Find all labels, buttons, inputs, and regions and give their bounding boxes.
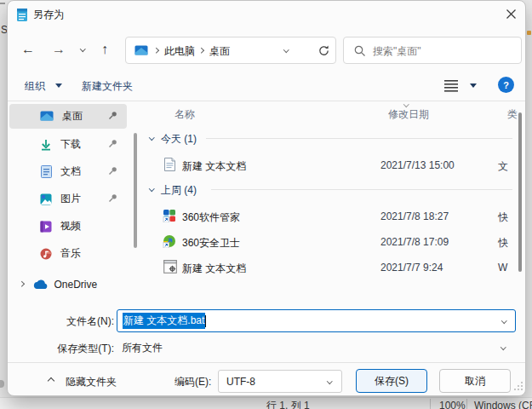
forward-icon[interactable]: → — [52, 42, 66, 57]
breadcrumb-separator-icon — [153, 48, 158, 53]
file-list: 名称 修改日期 类 今天 (1) 新建 文本文档 — [138, 101, 525, 302]
notepad-status-bar: 行 1, 列 1 100% Windows (CRLF) — [0, 397, 532, 409]
collapse-chevron-icon — [149, 186, 154, 191]
search-box[interactable]: 搜索"桌面" — [343, 37, 522, 64]
toolbar: 组织 新建文件夹 ? — [8, 72, 525, 101]
save-button[interactable]: 保存(S) — [356, 369, 427, 393]
refresh-icon[interactable] — [317, 44, 330, 57]
hide-folders-button[interactable]: 隐藏文件夹 — [66, 376, 117, 388]
file-name: 新建 文本文档 — [182, 262, 246, 276]
sidebar-item-label: 视频 — [60, 219, 81, 233]
encoding-dropdown-chevron-icon[interactable] — [327, 378, 332, 383]
save-as-dialog: 另存为 ← → ↑ 此电脑 桌面 — [7, 0, 526, 396]
360-safe-guard-icon — [163, 234, 176, 248]
sort-chevron-icon[interactable] — [403, 101, 409, 107]
file-name: 360安全卫士 — [182, 236, 240, 251]
sidebar-item-pictures[interactable]: 图片 — [9, 187, 127, 211]
group-header-lastweek[interactable]: 上周 (4) — [138, 181, 525, 200]
screen: S 行 1, 列 1 100% Windows (CRLF) 另存为 — [0, 0, 532, 409]
filename-label: 文件名(N): — [46, 315, 114, 327]
status-divider — [466, 399, 467, 409]
new-folder-button[interactable]: 新建文件夹 — [82, 80, 133, 92]
file-type: 快 — [498, 236, 508, 251]
organize-button[interactable]: 组织 — [25, 80, 45, 92]
file-name: 新建 文本文档 — [182, 159, 246, 174]
file-list-scrollbar[interactable] — [518, 112, 522, 272]
breadcrumb-desktop[interactable]: 桌面 — [209, 45, 230, 57]
text-caret — [205, 315, 206, 327]
savetype-dropdown-chevron-icon[interactable] — [501, 344, 506, 349]
onedrive-icon — [32, 279, 48, 290]
file-row[interactable]: 新建 文本文档 2021/7/7 9:24 W — [138, 255, 512, 279]
text-document-icon — [164, 158, 175, 171]
file-name: 360软件管家 — [182, 210, 240, 225]
sidebar-item-documents[interactable]: 文档 — [9, 159, 127, 184]
sidebar-item-label: 桌面 — [62, 109, 83, 124]
pin-icon — [108, 111, 117, 120]
savetype-select[interactable]: 所有文件 — [117, 337, 516, 359]
encoding-value: UTF-8 — [226, 376, 255, 388]
address-bar[interactable]: 此电脑 桌面 — [125, 37, 336, 64]
sidebar-item-desktop[interactable]: 桌面 — [9, 104, 127, 129]
hide-folders-chevron-icon — [48, 377, 54, 384]
back-icon[interactable]: ← — [21, 42, 35, 57]
dialog-title: 另存为 — [33, 9, 64, 20]
encoding-select[interactable]: UTF-8 — [218, 370, 342, 393]
view-mode-icon[interactable] — [443, 79, 459, 93]
file-date: 2021/7/8 17:09 — [380, 236, 449, 248]
savetype-value: 所有文件 — [122, 341, 163, 355]
help-icon[interactable]: ? — [498, 77, 514, 93]
background-fragment-line — [0, 3, 5, 4]
status-zoom-level: 100% — [439, 400, 466, 409]
file-row[interactable]: 360安全卫士 2021/7/8 17:09 快 — [138, 229, 512, 253]
file-list-header: 名称 修改日期 类 — [138, 101, 525, 124]
group-divider — [206, 138, 512, 139]
group-divider — [211, 189, 512, 190]
expand-chevron-icon[interactable] — [19, 281, 24, 286]
view-dropdown-icon[interactable] — [470, 84, 477, 88]
filename-dropdown-chevron-icon[interactable] — [501, 318, 506, 323]
sidebar-item-downloads[interactable]: 下载 — [9, 132, 127, 157]
filename-selected-text: 新建 文本文档.bat — [123, 313, 205, 329]
sidebar-scrollbar[interactable] — [134, 133, 137, 248]
column-header-name[interactable]: 名称 — [174, 108, 195, 120]
sidebar-item-label: 图片 — [60, 192, 81, 206]
resize-grip[interactable] — [513, 381, 523, 391]
sidebar-item-onedrive[interactable]: OneDrive — [9, 272, 127, 297]
column-header-type[interactable]: 类 — [507, 108, 518, 120]
background-fragment-dot — [527, 31, 531, 35]
collapse-chevron-icon — [149, 135, 154, 140]
file-row[interactable]: 新建 文本文档 2021/7/13 15:00 文 — [138, 153, 512, 176]
file-date: 2021/7/7 9:24 — [380, 262, 443, 274]
pin-icon — [108, 166, 117, 176]
notepad-icon — [16, 8, 28, 22]
field-area: 文件名(N): 新建 文本文档.bat 保存类型(T): 所有文件 — [8, 303, 525, 361]
close-icon[interactable] — [506, 9, 517, 20]
download-icon — [40, 139, 52, 151]
column-header-date[interactable]: 修改日期 — [388, 108, 429, 120]
address-dropdown-chevron-icon[interactable] — [283, 47, 289, 52]
search-placeholder: 搜索"桌面" — [373, 45, 421, 57]
group-label: 今天 (1) — [161, 133, 197, 145]
filename-input[interactable]: 新建 文本文档.bat — [117, 309, 516, 332]
pin-icon — [108, 139, 117, 148]
sidebar-item-videos[interactable]: 视频 — [9, 214, 127, 239]
breadcrumb-this-pc[interactable]: 此电脑 — [164, 45, 195, 57]
file-type: W — [498, 262, 507, 274]
up-icon[interactable]: ↑ — [101, 42, 108, 57]
pictures-icon — [40, 193, 52, 205]
document-icon — [41, 165, 52, 178]
cancel-button[interactable]: 取消 — [439, 369, 511, 393]
title-bar: 另存为 — [8, 1, 525, 28]
recent-locations-chevron-icon[interactable] — [80, 46, 85, 51]
file-row[interactable]: 360软件管家 2021/7/8 18:27 快 — [138, 204, 512, 228]
group-header-today[interactable]: 今天 (1) — [138, 130, 525, 149]
sidebar-item-music[interactable]: 音乐 — [9, 241, 127, 266]
videos-icon — [40, 221, 52, 233]
file-type: 文 — [498, 159, 508, 174]
file-type: 快 — [498, 210, 508, 225]
file-date: 2021/7/8 18:27 — [380, 210, 449, 222]
sidebar-item-label: 文档 — [60, 164, 81, 179]
sidebar: 桌面 下载 — [8, 101, 138, 302]
sidebar-item-label: OneDrive — [54, 279, 98, 291]
